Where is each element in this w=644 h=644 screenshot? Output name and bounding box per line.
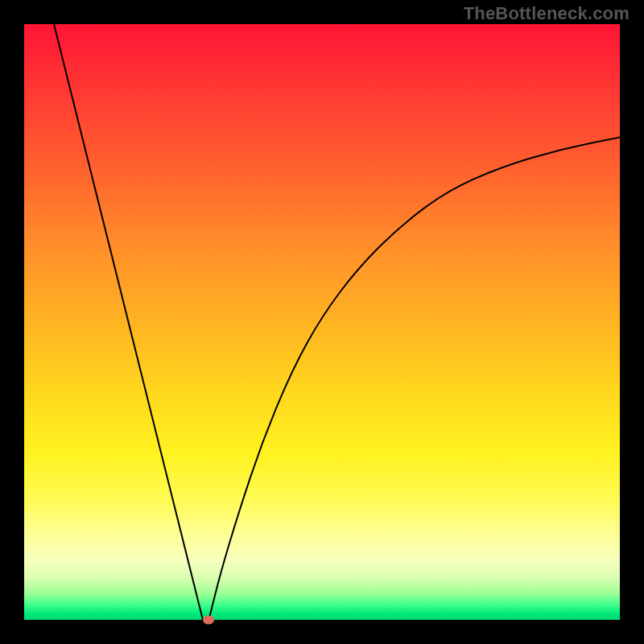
watermark-text: TheBottleneck.com xyxy=(464,3,630,24)
chart-frame: TheBottleneck.com xyxy=(0,0,644,644)
plot-area xyxy=(24,24,620,620)
curve-path xyxy=(54,24,620,620)
bottleneck-curve xyxy=(24,24,620,620)
optimum-marker xyxy=(203,616,214,625)
